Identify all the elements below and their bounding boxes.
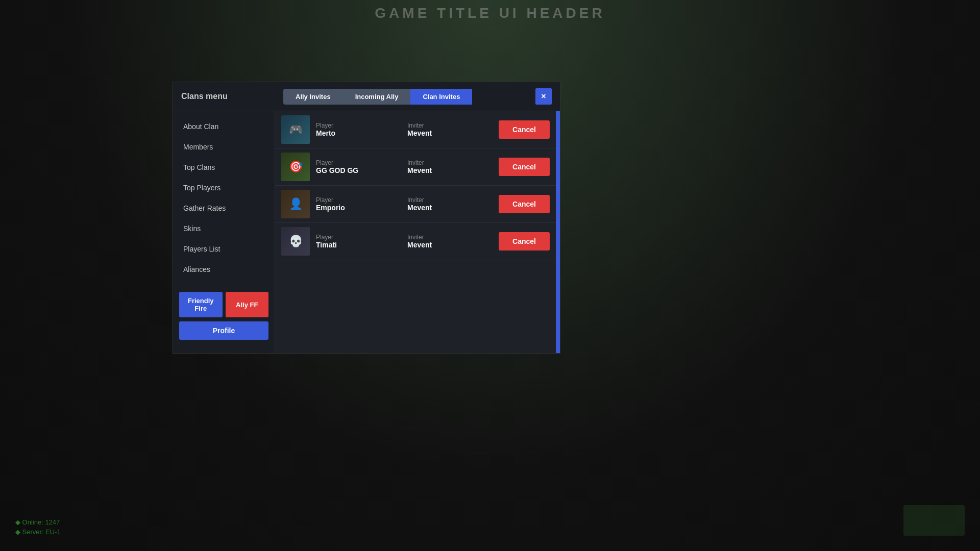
content-area: 🎮 Player Merto Inviter Mevent Cancel 🎯 [275, 111, 556, 346]
inviter-label: Inviter [407, 196, 493, 204]
scrollbar-thumb[interactable] [556, 111, 560, 353]
inviter-label: Inviter [407, 122, 493, 129]
clans-modal: Clans menu Ally Invites Incoming Ally Cl… [173, 82, 560, 354]
inviter-name: Mevent [407, 129, 493, 137]
ally-ff-button[interactable]: Ally FF [226, 292, 269, 317]
ff-buttons-row: Friendly Fire Ally FF [179, 292, 268, 317]
tab-ally-invites[interactable]: Ally Invites [283, 89, 343, 105]
player-name: GG GOD GG [316, 166, 401, 174]
bottom-left-hud: ◆ Online: 1247 ◆ Server: EU-1 [15, 518, 61, 536]
cancel-button-4[interactable]: Cancel [499, 232, 550, 251]
avatar: 🎮 [281, 115, 310, 144]
table-row: 👤 Player Emporio Inviter Mevent Cancel [275, 186, 556, 223]
player-name: Emporio [316, 204, 401, 212]
hud-line-1: ◆ Online: 1247 [15, 518, 61, 526]
sidebar: About Clan Members Top Clans Top Players… [173, 111, 275, 353]
page-background-title: GAME TITLE UI HEADER [375, 5, 605, 21]
player-info: Player Merto [316, 122, 401, 137]
inviter-name: Mevent [407, 204, 493, 212]
modal-title: Clans menu [181, 92, 283, 101]
table-row: 🎯 Player GG GOD GG Inviter Mevent Cancel [275, 148, 556, 186]
profile-button[interactable]: Profile [179, 321, 268, 340]
inviter-info: Inviter Mevent [407, 196, 493, 212]
sidebar-item-members[interactable]: Members [173, 137, 275, 157]
modal-body: About Clan Members Top Clans Top Players… [173, 111, 560, 353]
player-info: Player GG GOD GG [316, 159, 401, 174]
player-name: Merto [316, 129, 401, 137]
table-row: 💀 Player Timati Inviter Mevent Cancel [275, 223, 556, 260]
player-label: Player [316, 122, 401, 129]
avatar: 💀 [281, 227, 310, 256]
table-row: 🎮 Player Merto Inviter Mevent Cancel [275, 111, 556, 148]
tab-incoming-ally[interactable]: Incoming Ally [343, 89, 411, 105]
inviter-label: Inviter [407, 159, 493, 166]
sidebar-item-top-clans[interactable]: Top Clans [173, 157, 275, 178]
modal-close-button[interactable]: × [535, 88, 552, 105]
player-info: Player Emporio [316, 196, 401, 212]
sidebar-item-players-list[interactable]: Players List [173, 239, 275, 259]
sidebar-item-aliances[interactable]: Aliances [173, 259, 275, 280]
inviter-label: Inviter [407, 234, 493, 241]
cancel-button-1[interactable]: Cancel [499, 120, 550, 139]
inviter-info: Inviter Mevent [407, 122, 493, 137]
sidebar-bottom-buttons: Friendly Fire Ally FF Profile [173, 284, 275, 348]
cancel-button-2[interactable]: Cancel [499, 158, 550, 176]
cancel-button-3[interactable]: Cancel [499, 195, 550, 213]
avatar: 🎯 [281, 153, 310, 181]
player-name: Timati [316, 241, 401, 249]
friendly-fire-button[interactable]: Friendly Fire [179, 292, 223, 317]
inviter-info: Inviter Mevent [407, 234, 493, 249]
inviter-name: Mevent [407, 166, 493, 174]
inviter-name: Mevent [407, 241, 493, 249]
minimap [903, 505, 965, 536]
tab-clan-invites[interactable]: Clan Invites [410, 89, 472, 105]
player-label: Player [316, 196, 401, 204]
player-label: Player [316, 159, 401, 166]
player-info: Player Timati [316, 234, 401, 249]
inviter-info: Inviter Mevent [407, 159, 493, 174]
sidebar-item-gather-rates[interactable]: Gather Rates [173, 198, 275, 218]
sidebar-item-top-players[interactable]: Top Players [173, 178, 275, 198]
hud-line-2: ◆ Server: EU-1 [15, 528, 61, 536]
avatar: 👤 [281, 190, 310, 218]
scrollbar-track[interactable] [556, 111, 560, 353]
sidebar-item-skins[interactable]: Skins [173, 218, 275, 239]
player-label: Player [316, 234, 401, 241]
modal-header: Clans menu Ally Invites Incoming Ally Cl… [173, 82, 560, 111]
modal-tabs: Ally Invites Incoming Ally Clan Invites [283, 89, 533, 105]
sidebar-item-about-clan[interactable]: About Clan [173, 116, 275, 137]
